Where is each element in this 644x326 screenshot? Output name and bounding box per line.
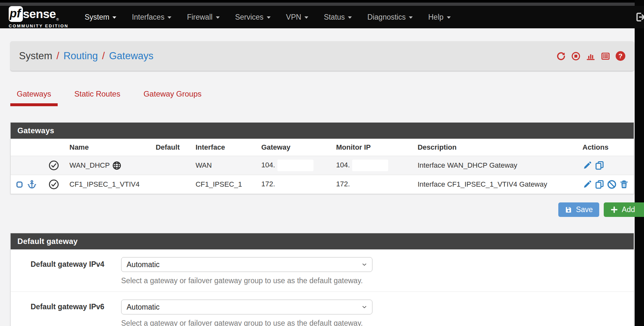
- nav-item-firewall[interactable]: Firewall: [179, 13, 227, 22]
- top-navbar: pf sense ® COMMUNITY EDITION System Inte…: [0, 6, 644, 28]
- square-outline-icon: [15, 181, 24, 189]
- gateways-panel-title: Gateways: [11, 123, 634, 139]
- redaction-box: [277, 160, 313, 171]
- copy-icon[interactable]: [595, 180, 604, 189]
- gateway-ip-cell: 104.: [256, 156, 331, 175]
- form-row-ipv6: Default gateway IPv6 Automatic Select a …: [11, 292, 634, 326]
- window-top-strip: [0, 0, 644, 3]
- row-left-icons-cell: [11, 156, 43, 175]
- gateways-panel: Gateways Name Default Interface Gateway …: [10, 122, 634, 194]
- gateway-name-cell: CF1_IPSEC_1_VTIV4: [65, 175, 151, 194]
- nav-item-services[interactable]: Services: [227, 13, 278, 22]
- col-default: Default: [151, 139, 191, 156]
- caret-down-icon: [348, 16, 352, 19]
- save-button[interactable]: Save: [558, 202, 599, 217]
- redaction-box: [352, 179, 388, 190]
- description-cell: Interface WAN_DHCP Gateway: [413, 156, 578, 175]
- breadcrumb-separator: /: [102, 50, 105, 62]
- nav-item-label: Status: [324, 13, 345, 22]
- nav-item-interfaces[interactable]: Interfaces: [124, 13, 179, 22]
- col-left-icons: [11, 139, 43, 156]
- select-value: Automatic: [127, 260, 159, 269]
- gateway-ip-cell: 172.: [256, 175, 331, 194]
- nav-item-system[interactable]: System: [77, 13, 124, 22]
- save-icon: [565, 206, 572, 214]
- nav-item-status[interactable]: Status: [316, 13, 360, 22]
- add-button[interactable]: Add: [604, 202, 644, 217]
- breadcrumb: System / Routing / Gateways: [19, 50, 153, 62]
- disable-icon[interactable]: [607, 180, 617, 189]
- pfsense-logo[interactable]: pf sense ® COMMUNITY EDITION: [9, 6, 69, 28]
- actions-cell: [578, 175, 634, 194]
- routing-tabs: Gateways Static Routes Gateway Groups: [10, 89, 644, 106]
- table-row-wan-dhcp: WAN_DHCP WAN 104. 104. Interface WAN_DHC…: [11, 156, 634, 175]
- default-gateway-panel-title: Default gateway: [11, 233, 634, 249]
- log-list-icon[interactable]: [601, 51, 610, 61]
- caret-down-icon: [304, 16, 308, 19]
- pfsense-logo-subtitle: COMMUNITY EDITION: [9, 23, 69, 28]
- nav-item-label: Interfaces: [132, 13, 164, 22]
- default-gateway-ipv6-select[interactable]: Automatic: [121, 300, 372, 314]
- default-gateway-ipv6-label: Default gateway IPv6: [31, 300, 121, 311]
- caret-down-icon: [216, 16, 220, 19]
- plus-icon: [610, 206, 618, 214]
- nav-item-label: Services: [235, 13, 264, 22]
- monitor-ip: 172.: [336, 180, 350, 188]
- nav-item-vpn[interactable]: VPN: [278, 13, 316, 22]
- actions-cell: [578, 156, 634, 175]
- col-name: Name: [65, 139, 151, 156]
- breadcrumb-link-routing[interactable]: Routing: [63, 50, 98, 62]
- refresh-icon[interactable]: [556, 51, 566, 61]
- description-cell: Interface CF1_IPSEC_1_VTIV4 Gateway: [413, 175, 578, 194]
- default-gateway-ipv4-select[interactable]: Automatic: [121, 257, 372, 272]
- edit-icon[interactable]: [582, 180, 592, 189]
- monitor-ip-cell: 172.: [331, 175, 413, 194]
- col-monitor-ip: Monitor IP: [331, 139, 413, 156]
- anchor-icon: [27, 180, 37, 189]
- nav-item-label: Diagnostics: [367, 13, 406, 22]
- nav-item-help[interactable]: Help: [420, 13, 458, 22]
- globe-icon: [112, 161, 121, 170]
- col-interface: Interface: [191, 139, 256, 156]
- gateway-ip: 104.: [261, 161, 275, 169]
- caret-down-icon: [168, 16, 171, 19]
- monitor-chart-icon[interactable]: [586, 51, 595, 61]
- col-description: Description: [413, 139, 578, 156]
- interface-cell: CF1_IPSEC_1: [191, 175, 256, 194]
- edit-icon[interactable]: [582, 161, 592, 170]
- window-title-strip: [0, 3, 644, 6]
- table-row-cf1-ipsec: CF1_IPSEC_1_VTIV4 CF1_IPSEC_1 172. 172. …: [11, 175, 634, 194]
- default-gateway-ipv4-help: Select a gateway or failover gateway gro…: [121, 276, 372, 285]
- action-buttons: Save Add: [0, 202, 644, 217]
- select-value: Automatic: [127, 303, 159, 312]
- nav-item-label: Help: [428, 13, 443, 22]
- check-circle-icon: [48, 179, 60, 190]
- col-actions: Actions: [578, 139, 634, 156]
- stop-circle-icon[interactable]: [571, 51, 581, 61]
- default-gateway-ipv6-help: Select a gateway or failover gateway gro…: [121, 319, 372, 326]
- tab-gateways[interactable]: Gateways: [10, 89, 58, 106]
- pfsense-logo-pf: pf: [9, 6, 23, 22]
- caret-down-icon: [409, 16, 413, 19]
- redaction-box: [277, 179, 313, 190]
- gateway-name-cell: WAN_DHCP: [65, 156, 151, 175]
- table-header-row: Name Default Interface Gateway Monitor I…: [11, 139, 634, 156]
- caret-down-icon: [112, 16, 116, 19]
- chevron-down-icon: [361, 304, 368, 310]
- tab-gateway-groups[interactable]: Gateway Groups: [137, 89, 208, 106]
- copy-icon[interactable]: [595, 161, 604, 170]
- tab-static-routes[interactable]: Static Routes: [68, 89, 127, 106]
- delete-icon[interactable]: [619, 180, 629, 189]
- sign-out-icon[interactable]: [635, 12, 644, 23]
- breadcrumb-link-gateways[interactable]: Gateways: [109, 50, 153, 62]
- nav-item-diagnostics[interactable]: Diagnostics: [360, 13, 420, 22]
- nav-item-label: Firewall: [187, 13, 212, 22]
- default-gateway-ipv4-label: Default gateway IPv4: [31, 257, 121, 269]
- pfsense-logo-sense: sense: [23, 8, 56, 20]
- help-icon[interactable]: ?: [616, 51, 625, 61]
- nav-item-label: VPN: [286, 13, 301, 22]
- save-button-label: Save: [576, 205, 593, 214]
- breadcrumb-separator: /: [56, 50, 59, 62]
- monitor-ip-cell: 104.: [331, 156, 413, 175]
- row-status-cell: [43, 156, 65, 175]
